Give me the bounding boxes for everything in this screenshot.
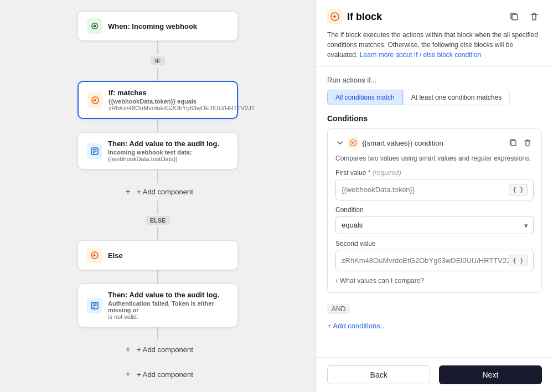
delete-btn[interactable] <box>526 9 542 24</box>
add-label-1: + Add component <box>137 188 193 196</box>
condition-field-label: Condition <box>335 206 534 214</box>
tab-one-condition[interactable]: At least one condition matches <box>403 90 510 105</box>
second-value-input[interactable] <box>342 256 509 265</box>
else-label-badge: ELSE <box>146 216 170 225</box>
right-header: If block The if block executes the actio… <box>316 0 553 67</box>
add-label-2: + Add component <box>137 345 193 354</box>
bottom-add-btn[interactable]: + + Add component <box>117 365 199 383</box>
webhook-title: When: Incoming webhook <box>108 22 229 30</box>
values-help-text: What values can I compare? <box>340 277 424 285</box>
condition-select[interactable]: equals not equals contains not contains … <box>335 216 534 234</box>
then-subtitle-2: Authentication failed. Token is either m… <box>108 300 229 313</box>
right-body: Run actions if... All conditions match A… <box>316 67 553 357</box>
tab-all-conditions[interactable]: All conditions match <box>327 90 403 105</box>
second-value-input-wrapper: { } <box>335 250 534 271</box>
copy-btn[interactable] <box>507 9 522 24</box>
card-actions <box>507 137 534 149</box>
action-icon-2 <box>87 298 102 313</box>
then-content-1: Then: Add value to the audit log. Incomi… <box>108 140 229 162</box>
if-matches-node[interactable]: If: matches {{webhookData.token}} equals… <box>77 81 238 119</box>
condition-title: {{smart values}} condition <box>335 137 443 148</box>
right-footer: Back Next <box>316 357 553 392</box>
else-icon <box>87 247 102 263</box>
connector-7 <box>157 270 158 283</box>
flow-container: When: Incoming webhook IF If: matches {{… <box>11 11 304 358</box>
bottom-add-area: + + Add component <box>117 365 199 383</box>
panel-description: The if block executes the actions within… <box>327 30 542 60</box>
connector-4 <box>157 169 158 183</box>
condition-select-wrapper: equals not equals contains not contains … <box>335 216 534 234</box>
conditions-label: Conditions <box>327 114 542 123</box>
if-title: If: matches <box>108 89 255 97</box>
action-icon-1 <box>87 143 102 159</box>
connector-8 <box>157 327 158 341</box>
bottom-add-icon: + <box>122 369 133 380</box>
if-icon <box>87 92 103 108</box>
connector-2 <box>157 68 158 81</box>
then-subtitle2-2: is not valid. <box>108 313 229 320</box>
first-value-braces-btn[interactable]: { } <box>509 184 528 195</box>
panel-title: If block <box>327 9 382 24</box>
required-hint: (required) <box>373 169 401 177</box>
then-audit-node[interactable]: Then: Add value to the audit log. Incomi… <box>77 132 238 169</box>
connector-3 <box>157 119 158 132</box>
webhook-content: When: Incoming webhook <box>108 22 229 30</box>
condition-description: Compares two values using smart values a… <box>335 154 534 162</box>
svg-rect-7 <box>511 141 516 146</box>
add-icon-2: + <box>122 344 133 355</box>
first-value-input[interactable] <box>342 185 509 194</box>
and-badge: AND <box>327 304 350 314</box>
if-label-badge: IF <box>151 56 165 65</box>
right-panel: If block The if block executes the actio… <box>316 0 553 392</box>
then-title-1: Then: Add value to the audit log. <box>108 140 229 148</box>
second-value-braces-btn[interactable]: { } <box>509 255 528 266</box>
panel-title-icon <box>327 9 343 24</box>
learn-more-link[interactable]: Learn more about If / else block conditi… <box>360 51 481 59</box>
else-content: Else <box>108 251 229 260</box>
svg-rect-5 <box>512 14 518 20</box>
back-button[interactable]: Back <box>327 365 430 384</box>
then-content-2: Then: Add value to the audit log. Authen… <box>108 291 229 320</box>
condition-card: {{smart values}} condition <box>327 128 542 293</box>
connector-6 <box>157 227 158 240</box>
then-audit-node-2[interactable]: Then: Add value to the audit log. Authen… <box>77 283 238 327</box>
if-subtitle2: zRhKm48OuMvrdoEtG2ObYg63wDEl0UU/HRTTV2JT <box>108 105 255 111</box>
condition-icon <box>348 137 359 148</box>
condition-delete-btn[interactable] <box>521 137 534 149</box>
if-content: If: matches {{webhookData.token}} equals… <box>108 89 255 111</box>
add-conditions-label: + Add conditions... <box>327 322 386 330</box>
condition-title-text: {{smart values}} condition <box>362 139 443 147</box>
second-value-label: Second value <box>335 240 534 247</box>
chevron-right-icon: › <box>335 277 338 285</box>
then-subtitle2-1: {{webhookData.testData}} <box>108 156 229 162</box>
condition-copy-btn[interactable] <box>507 137 519 149</box>
if-subtitle: {{webhookData.token}} equals <box>108 98 255 105</box>
webhook-node[interactable]: When: Incoming webhook <box>77 11 238 41</box>
title-row: If block <box>327 9 542 24</box>
then-title-2: Then: Add value to the audit log. <box>108 291 229 299</box>
then-subtitle-1: Incoming webhook test data: <box>108 149 229 156</box>
add-component-btn-1[interactable]: + + Add component <box>117 183 199 200</box>
webhook-icon <box>87 18 102 34</box>
first-value-input-wrapper: { } <box>335 179 534 200</box>
first-value-label: First value * (required) <box>335 169 534 177</box>
values-help[interactable]: › What values can I compare? <box>335 277 534 285</box>
else-title: Else <box>108 251 229 260</box>
connector-1 <box>157 41 158 54</box>
bottom-add-label: + Add component <box>137 370 193 379</box>
next-button[interactable]: Next <box>439 365 542 384</box>
add-component-btn-2[interactable]: + + Add component <box>117 341 199 358</box>
add-icon-1: + <box>122 186 133 197</box>
else-node[interactable]: Else <box>77 240 238 270</box>
run-actions-label: Run actions if... <box>327 76 542 84</box>
collapse-btn[interactable] <box>335 138 344 147</box>
panel-title-text: If block <box>347 11 382 23</box>
connector-5 <box>157 200 158 214</box>
tab-group: All conditions match At least one condit… <box>327 90 542 105</box>
header-actions <box>507 9 542 24</box>
condition-card-header: {{smart values}} condition <box>335 137 534 149</box>
add-conditions-btn[interactable]: + Add conditions... <box>327 318 386 333</box>
left-panel: When: Incoming webhook IF If: matches {{… <box>0 0 316 392</box>
required-star: * <box>368 169 371 177</box>
